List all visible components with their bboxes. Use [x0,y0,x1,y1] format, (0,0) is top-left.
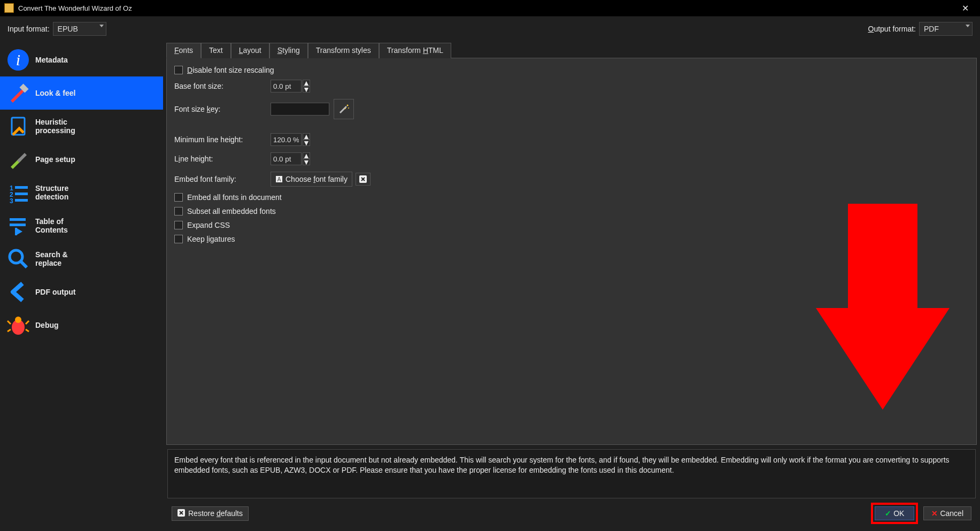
svg-rect-12 [15,228,17,235]
sidebar-item-look-feel[interactable]: Look & feel [0,76,163,110]
embed-all-fonts-checkbox[interactable]: Embed all fonts in document [174,193,969,202]
line-height-label: Line height: [174,155,271,163]
sidebar-item-search-replace[interactable]: Search &replace [0,242,163,275]
tab-bar: Fonts Text Layout Styling Transform styl… [166,42,977,58]
font-size-key-input[interactable] [271,103,329,116]
svg-rect-9 [15,199,28,202]
brush-icon [5,80,31,106]
sidebar-item-label: Heuristicprocessing [35,118,75,135]
input-format-select[interactable]: EPUB [53,22,106,36]
sidebar-item-toc[interactable]: Table ofContents [0,209,163,242]
tab-transform-styles[interactable]: Transform styles [308,43,379,58]
spin-down-icon[interactable]: ▼ [303,86,310,93]
help-text: Embed every font that is referenced in t… [167,449,976,498]
search-icon [5,246,31,272]
output-format-value: PDF [924,25,939,33]
clear-font-button[interactable] [356,173,371,186]
min-line-height-label: Minimum line height: [174,135,271,144]
sidebar-item-page-setup[interactable]: Page setup [0,143,163,176]
spin-down-icon[interactable]: ▼ [303,159,310,165]
svg-point-16 [15,317,21,323]
expand-css-checkbox[interactable]: Expand CSS [174,221,969,229]
wizard-button[interactable] [334,99,354,119]
min-line-height-input[interactable] [271,133,302,146]
input-format-label: Input format: [7,25,50,33]
tab-fonts[interactable]: Fonts [166,43,201,58]
sidebar-item-debug[interactable]: Debug [0,309,163,342]
font-size-key-label: Font size key: [174,105,271,113]
svg-line-14 [20,261,27,267]
svg-line-18 [26,321,29,324]
font-icon: A [275,175,283,183]
base-font-size-spinner[interactable]: ▲▼ [271,80,310,93]
ok-button[interactable]: ✓OK [875,506,914,520]
main: Fonts Text Layout Styling Transform styl… [163,40,980,531]
sidebar-item-pdf-output[interactable]: PDF output [0,275,163,309]
sidebar-item-label: Structuredetection [35,184,68,201]
format-row: Input format: EPUB OOutput format:utput … [0,17,980,40]
sidebar: i Metadata Look & feel Heuristicprocessi… [0,40,163,531]
fonts-panel: Disable font size rescaling Base font si… [166,58,977,445]
ok-highlight: ✓OK [871,503,918,524]
disable-rescaling-checkbox[interactable]: Disable font size rescaling [174,66,969,74]
bug-icon [5,312,31,338]
input-format-value: EPUB [58,25,78,33]
checkbox-icon [174,235,183,243]
svg-line-20 [26,329,29,332]
titlebar: Convert The Wonderful Wizard of Oz ✕ [0,0,980,17]
output-format-select[interactable]: PDF [919,22,973,36]
choose-font-family-button[interactable]: A Choose font family [271,172,352,187]
svg-text:i: i [16,51,20,68]
sidebar-item-heuristic[interactable]: Heuristicprocessing [0,110,163,143]
spin-down-icon[interactable]: ▼ [303,140,310,146]
clear-icon [178,509,185,518]
svg-text:3: 3 [10,197,13,204]
checkbox-icon [174,66,183,74]
tab-styling[interactable]: Styling [269,43,308,58]
checkbox-icon [174,221,183,229]
svg-rect-7 [15,186,28,189]
window-title: Convert The Wonderful Wizard of Oz [18,4,954,12]
sidebar-item-label: Table ofContents [35,217,68,234]
close-icon: ✕ [931,509,938,518]
svg-rect-8 [15,193,28,195]
close-icon[interactable]: ✕ [954,3,976,13]
info-icon: i [5,47,31,73]
toc-icon [5,213,31,238]
keep-ligatures-checkbox[interactable]: Keep ligatures [174,235,969,243]
app-icon [4,3,14,13]
subset-fonts-checkbox[interactable]: Subset all embedded fonts [174,207,969,216]
check-icon: ✓ [885,509,891,518]
tab-transform-html[interactable]: Transform HTML [379,43,451,58]
tab-layout[interactable]: Layout [231,43,269,58]
line-height-input[interactable] [271,152,302,165]
checkbox-icon [174,193,183,202]
svg-rect-10 [10,218,26,221]
line-height-spinner[interactable]: ▲▼ [271,152,310,165]
chevron-down-icon [99,25,104,27]
list-icon: 123 [5,180,31,205]
restore-defaults-button[interactable]: Restore defaults [172,506,249,521]
svg-point-22 [345,108,346,109]
base-font-size-input[interactable] [271,80,302,93]
tab-text[interactable]: Text [201,43,231,58]
sidebar-item-structure[interactable]: 123 Structuredetection [0,176,163,209]
tools-icon [5,147,31,172]
checkbox-icon [174,207,183,216]
sidebar-item-metadata[interactable]: i Metadata [0,43,163,76]
document-icon [5,113,31,139]
sidebar-item-label: Metadata [35,56,68,64]
embed-font-family-label: Embed font family: [174,175,271,183]
footer: Restore defaults ✓OK ✕Cancel [166,498,977,528]
chevron-left-icon [5,279,31,305]
chevron-down-icon [966,25,970,27]
svg-line-17 [7,321,11,324]
min-line-height-spinner[interactable]: ▲▼ [271,133,310,146]
cancel-button[interactable]: ✕Cancel [923,506,971,520]
base-font-size-label: Base font size: [174,82,271,90]
sidebar-item-label: PDF output [35,288,75,296]
sidebar-item-label: Debug [35,321,59,329]
svg-point-21 [347,105,349,106]
svg-text:A: A [277,176,281,182]
sidebar-item-label: Look & feel [35,89,75,97]
